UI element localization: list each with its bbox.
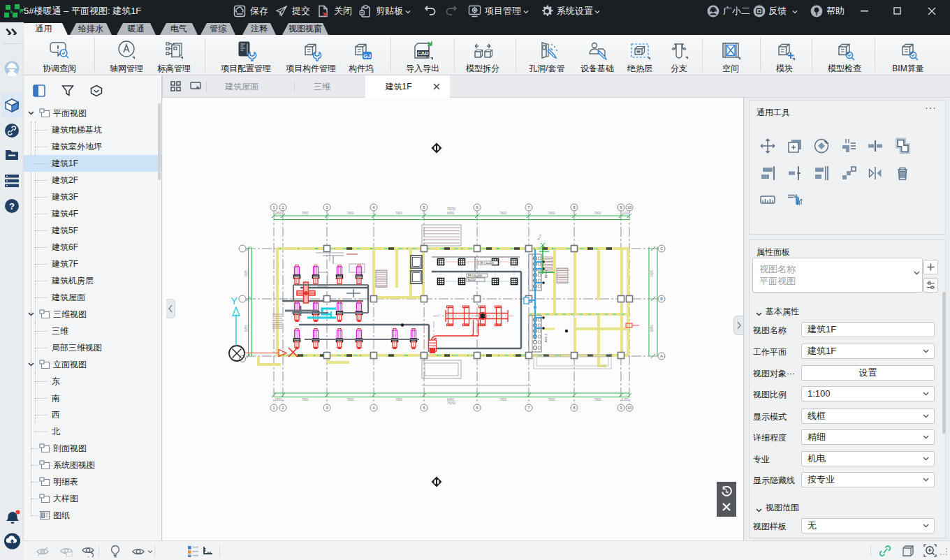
svg-text:5: 5 (423, 205, 425, 209)
svg-text:1850: 1850 (275, 212, 282, 215)
svg-text:8: 8 (573, 205, 575, 209)
svg-text:1150: 1150 (622, 212, 629, 215)
svg-text:6: 6 (476, 406, 478, 410)
svg-text:7850: 7850 (301, 212, 309, 215)
svg-text:GJ: GJ (363, 53, 371, 59)
svg-text:6450: 6450 (447, 212, 455, 215)
svg-text:9250: 9250 (244, 324, 248, 332)
svg-text:6: 6 (476, 205, 478, 209)
svg-text:AHU-1: AHU-1 (544, 269, 548, 278)
svg-text:b=250: b=250 (468, 279, 476, 281)
svg-text:1: 1 (272, 406, 275, 410)
svg-text:7: 7 (527, 406, 529, 410)
svg-text:1: 1 (272, 205, 275, 209)
svg-text:7800: 7800 (548, 212, 555, 215)
svg-text:6450: 6450 (447, 398, 455, 401)
svg-text:7800: 7800 (499, 212, 507, 215)
svg-text:7: 7 (527, 205, 529, 209)
svg-text:1150: 1150 (622, 398, 629, 401)
svg-text:A: A (660, 354, 663, 358)
svg-text:7925: 7925 (244, 270, 248, 277)
svg-text:CAD: CAD (417, 50, 429, 57)
svg-text:7800: 7800 (499, 398, 507, 401)
svg-text:10: 10 (627, 205, 631, 209)
svg-text:9250: 9250 (650, 324, 654, 332)
svg-text:7800: 7800 (395, 212, 403, 215)
svg-text:C: C (660, 246, 663, 251)
svg-text:78250: 78250 (447, 401, 456, 405)
svg-text:9: 9 (620, 205, 622, 209)
svg-text:7850: 7850 (301, 398, 309, 401)
svg-text:5: 5 (423, 406, 425, 410)
svg-text:78250: 78250 (447, 207, 456, 211)
svg-text:1850: 1850 (275, 398, 282, 401)
svg-text:10: 10 (627, 406, 631, 410)
svg-text:XF-1 b=320: XF-1 b=320 (480, 262, 494, 265)
svg-text:B: B (660, 297, 663, 301)
svg-text:7800: 7800 (346, 212, 354, 215)
svg-text:3: 3 (326, 406, 328, 410)
svg-text:7800: 7800 (548, 398, 555, 401)
svg-text:3: 3 (326, 205, 328, 209)
svg-text:9: 9 (620, 406, 622, 410)
svg-text:4: 4 (372, 406, 374, 410)
svg-text:Y: Y (231, 295, 238, 307)
svg-text:N-L1: N-L1 (536, 233, 542, 241)
svg-text:2: 2 (282, 406, 284, 410)
svg-text:7800: 7800 (346, 398, 354, 401)
svg-text:7800: 7800 (594, 212, 601, 215)
svg-text:4: 4 (372, 205, 374, 209)
svg-text:7925: 7925 (650, 270, 654, 277)
svg-text:7800: 7800 (594, 398, 601, 401)
svg-text:8: 8 (573, 406, 575, 410)
svg-text:AHU-2: AHU-2 (544, 333, 548, 342)
svg-text:2: 2 (282, 205, 284, 209)
svg-text:7800: 7800 (395, 398, 403, 401)
svg-text:PF-1 b=400: PF-1 b=400 (468, 274, 482, 277)
svg-text:?: ? (9, 201, 15, 212)
